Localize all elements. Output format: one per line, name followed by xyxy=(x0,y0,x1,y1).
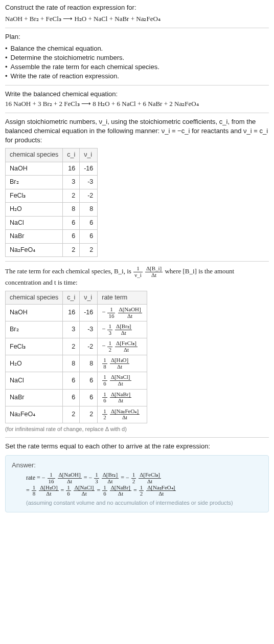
cell-rate: 16 Δ[NaCl]Δt xyxy=(98,372,147,389)
th-vi: ν_i xyxy=(80,291,98,305)
frac-den: Δt xyxy=(146,491,176,497)
cell-vi: -16 xyxy=(80,305,98,321)
cell-rate: 12 Δ[Na₂FeO₄]Δt xyxy=(98,406,147,423)
eq-symbol: = xyxy=(26,486,31,493)
frac-den: Δt xyxy=(118,313,142,319)
cell-species: FeCl₃ xyxy=(6,189,63,203)
cell-ci: 2 xyxy=(63,243,80,257)
plan-section: Plan: •Balance the chemical equation. •D… xyxy=(5,28,269,81)
stoich-section: Assign stoichiometric numbers, ν_i, usin… xyxy=(5,113,269,257)
plan-item: •Assemble the rate term for each chemica… xyxy=(5,62,269,72)
cell-species: Na₂FeO₄ xyxy=(6,243,63,257)
cell-vi: -2 xyxy=(80,189,98,203)
cell-vi: -3 xyxy=(80,176,98,189)
eq-symbol: = xyxy=(121,474,126,481)
frac: Δ[H₂O]Δt xyxy=(110,357,129,370)
cell-species: H₂O xyxy=(6,203,63,217)
frac-den: 8 xyxy=(32,491,37,497)
plan-item: •Balance the chemical equation. xyxy=(5,44,269,53)
table-row: FeCl₃2-2 xyxy=(6,189,98,203)
cell-vi: 6 xyxy=(80,216,98,230)
bullet-icon: • xyxy=(5,72,8,81)
sign: − xyxy=(88,474,92,481)
answer-box: Answer: rate = − 116 Δ[NaOH]Δt = − 13 Δ[… xyxy=(5,455,269,512)
plan-item: •Determine the stoichiometric numbers. xyxy=(5,53,269,62)
cell-ci: 6 xyxy=(63,372,80,389)
th-species: chemical species xyxy=(6,148,63,162)
frac: 12 xyxy=(107,340,112,353)
cell-rate: 16 Δ[NaBr]Δt xyxy=(98,389,147,406)
table-row: NaBr66 xyxy=(6,230,98,244)
frac-den: 2 xyxy=(139,491,144,497)
cell-vi: 2 xyxy=(80,406,98,423)
plan-item-text: Write the rate of reaction expression. xyxy=(11,72,119,81)
cell-species: Na₂FeO₄ xyxy=(6,406,63,423)
cell-rate: − 12 Δ[FeCl₃]Δt xyxy=(98,338,147,355)
eq-symbol: = xyxy=(84,474,89,481)
sign: − xyxy=(42,474,45,481)
th-species: chemical species xyxy=(6,291,63,305)
cell-ci: 8 xyxy=(63,355,80,372)
frac: Δ[Br₂]Δt xyxy=(115,324,132,336)
rate-intro-a: The rate term for each chemical species,… xyxy=(5,267,133,275)
rate-intro-frac2: Δ[B_i] Δt xyxy=(145,266,163,278)
frac: Δ[Na₂FeO₄]Δt xyxy=(146,485,176,497)
intro-equation: NaOH + Br₂ + FeCl₃ ⟶ H₂O + NaCl + NaBr +… xyxy=(5,14,269,24)
rate-intro: The rate term for each chemical species,… xyxy=(5,266,269,287)
table-row: Na₂FeO₄22 xyxy=(6,243,98,257)
frac-den: Δt xyxy=(115,330,132,336)
cell-ci: 8 xyxy=(63,203,80,217)
plan-item-text: Balance the chemical equation. xyxy=(11,44,103,53)
frac: Δ[FeCl₃]Δt xyxy=(139,472,161,484)
table-row: NaCl66 xyxy=(6,216,98,230)
cell-rate: − 116 Δ[NaOH]Δt xyxy=(98,305,147,321)
balanced-section: Write the balanced chemical equation: 16… xyxy=(5,85,269,108)
frac-num: Δ[NaOH] xyxy=(118,307,142,313)
frac-den: 6 xyxy=(102,398,107,404)
answer-line1: rate = − 116 Δ[NaOH]Δt = − 13 Δ[Br₂]Δt =… xyxy=(12,472,262,484)
plan-item-text: Determine the stoichiometric numbers. xyxy=(11,53,125,62)
frac-num: 1 xyxy=(133,266,143,272)
answer-line2: = 18 Δ[H₂O]Δt = 16 Δ[NaCl]Δt = 16 Δ[NaBr… xyxy=(12,485,262,497)
cell-species: NaOH xyxy=(6,162,63,176)
sign: − xyxy=(126,474,129,481)
eq-symbol: = xyxy=(133,486,139,493)
cell-species: H₂O xyxy=(6,355,63,372)
eq-symbol: = xyxy=(97,486,102,493)
frac-den: 6 xyxy=(102,381,107,387)
frac: Δ[Br₂]Δt xyxy=(102,472,119,484)
frac: 13 xyxy=(107,324,112,336)
cell-vi: 2 xyxy=(80,243,98,257)
final-lead: Set the rate terms equal to each other t… xyxy=(5,442,269,451)
frac-den: 2 xyxy=(102,415,107,421)
cell-ci: 16 xyxy=(63,305,80,321)
th-vi: ν_i xyxy=(80,148,98,162)
cell-species: NaOH xyxy=(6,305,63,321)
sign: − xyxy=(102,326,105,333)
plan-label: Plan: xyxy=(5,32,269,41)
frac-num: 1 xyxy=(102,357,107,364)
frac-den: Δt xyxy=(58,479,82,485)
bullet-icon: • xyxy=(5,62,8,72)
frac-den: 16 xyxy=(48,479,55,485)
frac-den: Δt xyxy=(110,364,129,370)
cell-ci: 2 xyxy=(63,189,80,203)
cell-vi: -16 xyxy=(80,162,98,176)
frac: 16 xyxy=(102,485,107,497)
cell-ci: 6 xyxy=(63,216,80,230)
stoich-intro: Assign stoichiometric numbers, ν_i, usin… xyxy=(5,117,269,145)
answer-note: (assuming constant volume and no accumul… xyxy=(12,499,262,507)
intro-section: Construct the rate of reaction expressio… xyxy=(5,3,269,24)
frac-num: Δ[Br₂] xyxy=(115,324,132,330)
cell-vi: 6 xyxy=(80,230,98,244)
th-ci: c_i xyxy=(63,291,80,305)
frac-num: 1 xyxy=(107,324,112,330)
frac-den: Δt xyxy=(110,415,140,421)
table-row: H₂O88 xyxy=(6,203,98,217)
rate-section: The rate term for each chemical species,… xyxy=(5,261,269,433)
eq-symbol: = xyxy=(61,486,66,493)
table-row: Br₂3-3 xyxy=(6,176,98,189)
frac: 12 xyxy=(139,485,144,497)
frac: Δ[H₂O]Δt xyxy=(39,485,58,497)
cell-vi: 8 xyxy=(80,203,98,217)
